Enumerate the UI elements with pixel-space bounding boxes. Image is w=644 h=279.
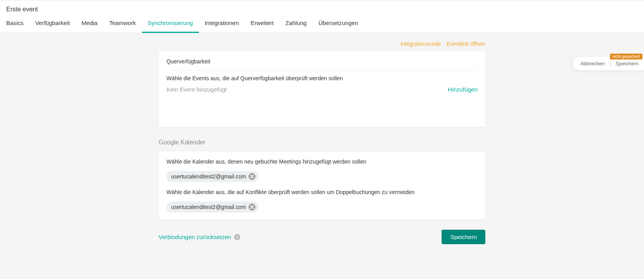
calendar-chip-label: usertucalenditest2@gmail.com bbox=[171, 173, 246, 180]
integration-code-link[interactable]: Integrationscode bbox=[401, 41, 441, 47]
tab-teamwork[interactable]: Teamwork bbox=[103, 14, 141, 33]
cross-availability-card: Querverfügbarkeit Wähle die Events aus, … bbox=[159, 51, 485, 127]
cross-availability-empty: Kein Event hinzugefügt bbox=[166, 86, 227, 93]
close-icon bbox=[250, 175, 254, 178]
calendar-chip-add: usertucalenditest2@gmail.com bbox=[166, 171, 259, 182]
info-icon[interactable]: i bbox=[234, 234, 240, 240]
google-calendar-card: Wähle die Kalender aus, denen neu gebuch… bbox=[159, 151, 485, 220]
google-calendar-heading: Google Kalender bbox=[159, 139, 485, 146]
floating-save-button[interactable]: Speichern bbox=[615, 61, 639, 67]
bottom-actions: Verbindungen zurücksetzen i Speichern bbox=[159, 230, 485, 244]
tab-availability[interactable]: Verfügbarkeit bbox=[29, 14, 75, 33]
open-eventlink-link[interactable]: Eventlink öffnen bbox=[447, 41, 485, 47]
top-links: Integrationscode Eventlink öffnen bbox=[159, 40, 485, 47]
tab-payment[interactable]: Zahlung bbox=[279, 14, 312, 33]
cross-availability-title: Querverfügbarkeit bbox=[166, 58, 478, 70]
cancel-button[interactable]: Abbrechen bbox=[580, 61, 605, 67]
unsaved-badge: nicht gepeichert bbox=[610, 54, 642, 59]
floating-save-bar: nicht gepeichert Abbrechen | Speichern bbox=[572, 57, 644, 70]
page-header: Erste event Basics Verfügbarkeit Media T… bbox=[0, 0, 644, 33]
tab-media[interactable]: Media bbox=[76, 14, 104, 33]
add-event-link[interactable]: Hinzufügen bbox=[448, 86, 478, 93]
tab-translations[interactable]: Übersetzungen bbox=[313, 14, 364, 33]
tabs: Basics Verfügbarkeit Media Teamwork Sync… bbox=[0, 14, 644, 33]
remove-calendar-button[interactable] bbox=[249, 173, 256, 180]
tab-basics[interactable]: Basics bbox=[6, 14, 29, 33]
reset-connections-link[interactable]: Verbindungen zurücksetzen bbox=[159, 234, 231, 240]
conflict-calendar-label: Wähle die Kalender aus, die auf Konflikt… bbox=[166, 189, 478, 195]
save-button[interactable]: Speichern bbox=[442, 230, 485, 244]
separator: | bbox=[610, 61, 611, 67]
calendar-chip-label: usertucalenditest2@gmail.com bbox=[171, 204, 246, 210]
remove-calendar-button[interactable] bbox=[249, 203, 256, 211]
tab-advanced[interactable]: Erweitert bbox=[245, 14, 279, 33]
tab-integrations[interactable]: Integrationen bbox=[199, 14, 245, 33]
tab-synchronisation[interactable]: Synchronisierung bbox=[142, 14, 199, 33]
cross-availability-desc: Wähle die Events aus, die auf Querverfüg… bbox=[166, 75, 478, 81]
calendar-chip-conflict: usertucalenditest2@gmail.com bbox=[166, 202, 259, 212]
close-icon bbox=[250, 205, 254, 209]
add-calendar-label: Wähle die Kalender aus, denen neu gebuch… bbox=[166, 158, 478, 165]
content-area: Integrationscode Eventlink öffnen Querve… bbox=[0, 33, 644, 260]
page-title: Erste event bbox=[0, 0, 644, 14]
